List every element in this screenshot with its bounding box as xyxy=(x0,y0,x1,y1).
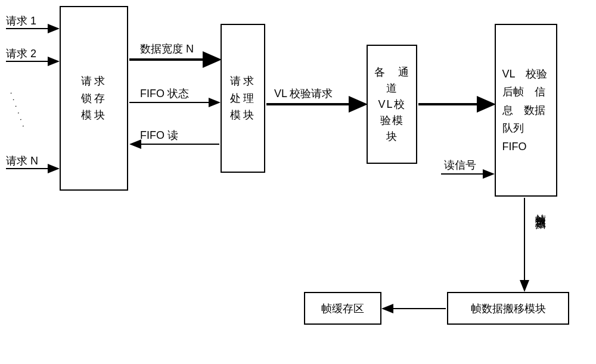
frame-buffer-box: 帧缓存区 xyxy=(304,292,381,325)
frame-move-text: 帧数据搬移模块 xyxy=(471,301,546,316)
vl-fifo-text: VL 校验 后帧 信息 数据 队列 FIFO xyxy=(502,65,550,156)
fifo-status-label: FIFO 状态 xyxy=(140,86,189,101)
frame-move-box: 帧数据搬移模块 xyxy=(447,292,569,325)
request-latch-box: 请求锁存模块 xyxy=(60,6,128,191)
read-signal-label: 读信号 xyxy=(444,158,476,172)
request-process-text: 请求处理模块 xyxy=(228,73,258,124)
vl-fifo-box: VL 校验 后帧 信息 数据 队列 FIFO xyxy=(495,24,557,197)
request-1-label: 请求 1 xyxy=(6,14,36,28)
data-width-label: 数据宽度 N xyxy=(140,42,194,56)
dots-icon: . . . . . . xyxy=(8,89,30,129)
fifo-read-label: FIFO 读 xyxy=(140,128,178,142)
frame-info-data-label: 帧信息数据 xyxy=(533,206,548,211)
request-n-label: 请求 N xyxy=(6,154,38,168)
request-2-label: 请求 2 xyxy=(6,46,36,61)
vl-check-text: 各 通道 VL校 验模 块 xyxy=(374,64,410,145)
frame-buffer-text: 帧缓存区 xyxy=(321,301,364,316)
request-process-box: 请求处理模块 xyxy=(221,24,265,173)
vl-check-req-label: VL 校验请求 xyxy=(274,86,333,101)
request-latch-text: 请求锁存模块 xyxy=(79,73,109,124)
vl-check-box: 各 通道 VL校 验模 块 xyxy=(367,45,417,164)
